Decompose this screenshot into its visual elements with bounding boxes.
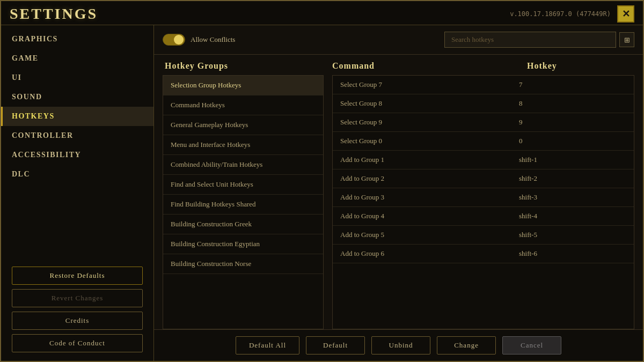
allow-conflicts-control: Allow Conflicts (163, 34, 235, 46)
sidebar-item-dlc[interactable]: DLC (1, 165, 153, 184)
restore-defaults-button[interactable]: Restore Defaults (12, 267, 143, 285)
unbind-button[interactable]: Unbind (371, 336, 430, 354)
command-hotkey: shift-2 (519, 174, 626, 183)
change-button[interactable]: Change (437, 336, 496, 354)
command-name: Select Group 8 (340, 99, 519, 108)
code-of-conduct-button[interactable]: Code of Conduct (12, 334, 143, 352)
sidebar: GRAPHICS GAME UI SOUND HOTKEYS CONTROLLE… (1, 25, 154, 361)
command-name: Add to Group 3 (340, 193, 519, 202)
group-item-find-building[interactable]: Find Building Hotkeys Shared (163, 195, 323, 215)
command-hotkey: 8 (519, 99, 626, 108)
settings-window: SETTINGS v.100.17.18697.0 (477449R) ✕ GR… (0, 0, 644, 362)
command-name: Add to Group 5 (340, 231, 519, 239)
cancel-button[interactable]: Cancel (502, 336, 561, 354)
header: SETTINGS v.100.17.18697.0 (477449R) ✕ (1, 1, 643, 25)
groups-column: Hotkey Groups Selection Group Hotkeys Co… (163, 55, 324, 329)
command-hotkey: shift-5 (519, 231, 626, 239)
default-button[interactable]: Default (306, 336, 365, 354)
command-row-select-8[interactable]: Select Group 8 8 (333, 94, 634, 113)
commands-header: Command Hotkey (332, 61, 634, 71)
command-name: Select Group 7 (340, 80, 519, 89)
sidebar-item-hotkeys[interactable]: HOTKEYS (1, 107, 153, 126)
group-item-gameplay[interactable]: General Gameplay Hotkeys (163, 115, 323, 135)
group-item-selection[interactable]: Selection Group Hotkeys (163, 76, 323, 95)
command-name: Add to Group 1 (340, 156, 519, 164)
command-row-select-9[interactable]: Select Group 9 9 (333, 113, 634, 132)
group-item-building-egyptian[interactable]: Building Construction Egyptian (163, 234, 323, 254)
command-name: Add to Group 6 (340, 249, 519, 258)
search-container: ⊞ (444, 32, 634, 48)
group-item-ability[interactable]: Combined Ability/Train Hotkeys (163, 155, 323, 175)
sidebar-item-graphics[interactable]: GRAPHICS (1, 29, 153, 49)
command-row-add-4[interactable]: Add to Group 4 shift-4 (333, 207, 634, 226)
groups-list[interactable]: Selection Group Hotkeys Command Hotkeys … (163, 75, 324, 329)
command-name: Select Group 9 (340, 118, 519, 127)
command-row-select-0[interactable]: Select Group 0 0 (333, 132, 634, 151)
credits-button[interactable]: Credits (12, 312, 143, 330)
sidebar-bottom-buttons: Restore Defaults Revert Changes Credits … (1, 261, 153, 361)
commands-column: Command Hotkey Select Group 7 7 Select G… (324, 55, 634, 329)
search-export-button[interactable]: ⊞ (619, 32, 634, 47)
default-all-button[interactable]: Default All (236, 336, 299, 354)
main-panel: Allow Conflicts ⊞ Hotkey Groups Selectio… (154, 25, 643, 361)
command-hotkey: shift-3 (519, 193, 626, 202)
page-title: SETTINGS (10, 5, 98, 23)
command-row-select-7[interactable]: Select Group 7 7 (333, 76, 634, 94)
command-row-add-6[interactable]: Add to Group 6 shift-6 (333, 245, 634, 263)
sidebar-item-game[interactable]: GAME (1, 49, 153, 68)
command-row-add-2[interactable]: Add to Group 2 shift-2 (333, 169, 634, 188)
command-hotkey: 0 (519, 137, 626, 145)
top-controls: Allow Conflicts ⊞ (154, 25, 643, 55)
group-item-menu[interactable]: Menu and Interface Hotkeys (163, 135, 323, 155)
header-right: v.100.17.18697.0 (477449R) ✕ (510, 5, 634, 23)
command-name: Add to Group 2 (340, 174, 519, 183)
command-name: Add to Group 4 (340, 212, 519, 220)
hotkeys-content: Hotkey Groups Selection Group Hotkeys Co… (154, 55, 643, 329)
command-column-header: Command (332, 61, 527, 71)
command-row-add-5[interactable]: Add to Group 5 shift-5 (333, 226, 634, 245)
search-hotkeys-input[interactable] (444, 32, 616, 48)
revert-changes-button: Revert Changes (12, 289, 143, 307)
hotkey-column-header: Hotkey (527, 61, 634, 71)
command-hotkey: shift-4 (519, 212, 626, 220)
version-text: v.100.17.18697.0 (477449R) (510, 10, 611, 18)
sidebar-item-controller[interactable]: CONTROLLER (1, 126, 153, 145)
content-area: GRAPHICS GAME UI SOUND HOTKEYS CONTROLLE… (1, 25, 643, 361)
group-item-command[interactable]: Command Hotkeys (163, 95, 323, 115)
groups-header: Hotkey Groups (163, 61, 324, 71)
allow-conflicts-toggle[interactable] (163, 34, 185, 46)
sidebar-item-accessibility[interactable]: ACCESSIBILITY (1, 145, 153, 165)
group-item-building-greek[interactable]: Building Construction Greek (163, 215, 323, 234)
group-item-building-norse[interactable]: Building Construction Norse (163, 254, 323, 274)
command-row-add-3[interactable]: Add to Group 3 shift-3 (333, 188, 634, 207)
bottom-actions: Default All Default Unbind Change Cancel (154, 329, 643, 361)
command-hotkey: 7 (519, 80, 626, 89)
sidebar-item-ui[interactable]: UI (1, 68, 153, 87)
command-hotkey: shift-6 (519, 249, 626, 258)
command-hotkey: shift-1 (519, 156, 626, 164)
group-item-find-select[interactable]: Find and Select Unit Hotkeys (163, 175, 323, 195)
allow-conflicts-label: Allow Conflicts (191, 35, 235, 44)
command-row-add-1[interactable]: Add to Group 1 shift-1 (333, 151, 634, 169)
close-button[interactable]: ✕ (617, 5, 634, 23)
commands-list[interactable]: Select Group 7 7 Select Group 8 8 Select… (332, 75, 634, 329)
command-name: Select Group 0 (340, 137, 519, 145)
command-hotkey: 9 (519, 118, 626, 127)
sidebar-item-sound[interactable]: SOUND (1, 87, 153, 107)
